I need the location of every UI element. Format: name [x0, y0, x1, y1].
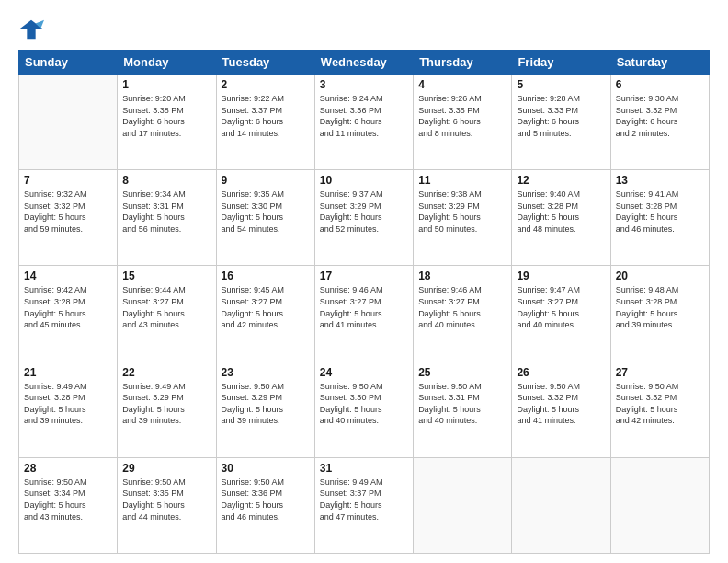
calendar-header-row: SundayMondayTuesdayWednesdayThursdayFrid…: [19, 51, 710, 75]
day-info: Sunrise: 9:50 AM Sunset: 3:31 PM Dayligh…: [418, 381, 506, 427]
calendar-cell: 18Sunrise: 9:46 AM Sunset: 3:27 PM Dayli…: [414, 266, 512, 362]
day-number: 27: [616, 366, 704, 379]
day-number: 31: [320, 462, 408, 475]
calendar-cell: 8Sunrise: 9:34 AM Sunset: 3:31 PM Daylig…: [118, 170, 216, 266]
day-number: 15: [122, 270, 210, 282]
day-info: Sunrise: 9:45 AM Sunset: 3:27 PM Dayligh…: [222, 284, 310, 330]
day-header-sunday: Sunday: [19, 51, 118, 75]
day-info: Sunrise: 9:50 AM Sunset: 3:35 PM Dayligh…: [122, 477, 210, 523]
calendar-cell: 19Sunrise: 9:47 AM Sunset: 3:27 PM Dayli…: [512, 266, 610, 362]
calendar-cell: 30Sunrise: 9:50 AM Sunset: 3:36 PM Dayli…: [216, 457, 314, 553]
calendar-cell: 14Sunrise: 9:42 AM Sunset: 3:28 PM Dayli…: [19, 266, 118, 362]
calendar-week-row: 1Sunrise: 9:20 AM Sunset: 3:38 PM Daylig…: [19, 75, 710, 170]
calendar-cell: [19, 75, 118, 170]
day-info: Sunrise: 9:46 AM Sunset: 3:27 PM Dayligh…: [418, 284, 506, 330]
calendar-week-row: 21Sunrise: 9:49 AM Sunset: 3:28 PM Dayli…: [19, 362, 710, 457]
calendar-cell: 31Sunrise: 9:49 AM Sunset: 3:37 PM Dayli…: [314, 457, 413, 553]
calendar-cell: 5Sunrise: 9:28 AM Sunset: 3:33 PM Daylig…: [512, 75, 610, 170]
calendar-cell: 11Sunrise: 9:38 AM Sunset: 3:29 PM Dayli…: [414, 170, 512, 266]
day-info: Sunrise: 9:46 AM Sunset: 3:27 PM Dayligh…: [320, 284, 408, 330]
day-info: Sunrise: 9:22 AM Sunset: 3:37 PM Dayligh…: [222, 93, 310, 139]
day-number: 6: [616, 78, 704, 91]
day-info: Sunrise: 9:41 AM Sunset: 3:28 PM Dayligh…: [616, 189, 704, 235]
day-info: Sunrise: 9:50 AM Sunset: 3:36 PM Dayligh…: [222, 477, 310, 523]
day-info: Sunrise: 9:20 AM Sunset: 3:38 PM Dayligh…: [122, 93, 210, 139]
day-number: 26: [517, 366, 605, 379]
calendar-cell: 10Sunrise: 9:37 AM Sunset: 3:29 PM Dayli…: [314, 170, 413, 266]
day-number: 1: [122, 78, 210, 91]
day-info: Sunrise: 9:50 AM Sunset: 3:32 PM Dayligh…: [517, 381, 605, 427]
day-info: Sunrise: 9:26 AM Sunset: 3:35 PM Dayligh…: [418, 93, 506, 139]
day-info: Sunrise: 9:49 AM Sunset: 3:37 PM Dayligh…: [320, 477, 408, 523]
day-number: 4: [418, 78, 506, 91]
header: [18, 17, 710, 42]
day-number: 23: [222, 366, 310, 379]
day-number: 29: [122, 462, 210, 475]
calendar-cell: [414, 457, 512, 553]
day-info: Sunrise: 9:50 AM Sunset: 3:29 PM Dayligh…: [222, 381, 310, 427]
day-number: 24: [320, 366, 408, 379]
day-number: 16: [222, 270, 310, 282]
day-info: Sunrise: 9:30 AM Sunset: 3:32 PM Dayligh…: [616, 93, 704, 139]
day-number: 9: [222, 174, 310, 187]
calendar-week-row: 7Sunrise: 9:32 AM Sunset: 3:32 PM Daylig…: [19, 170, 710, 266]
calendar-table: SundayMondayTuesdayWednesdayThursdayFrid…: [18, 50, 710, 554]
calendar-cell: [512, 457, 610, 553]
day-info: Sunrise: 9:42 AM Sunset: 3:28 PM Dayligh…: [24, 284, 112, 330]
calendar-cell: 15Sunrise: 9:44 AM Sunset: 3:27 PM Dayli…: [118, 266, 216, 362]
day-info: Sunrise: 9:48 AM Sunset: 3:28 PM Dayligh…: [616, 284, 704, 330]
day-info: Sunrise: 9:47 AM Sunset: 3:27 PM Dayligh…: [517, 284, 605, 330]
day-header-saturday: Saturday: [610, 51, 709, 75]
logo: [18, 17, 48, 42]
day-number: 18: [418, 270, 506, 282]
calendar-cell: 23Sunrise: 9:50 AM Sunset: 3:29 PM Dayli…: [216, 362, 314, 457]
page: SundayMondayTuesdayWednesdayThursdayFrid…: [0, 0, 728, 563]
day-header-thursday: Thursday: [414, 51, 512, 75]
day-info: Sunrise: 9:38 AM Sunset: 3:29 PM Dayligh…: [418, 189, 506, 235]
day-number: 2: [222, 78, 310, 91]
day-number: 14: [24, 270, 112, 282]
calendar-week-row: 14Sunrise: 9:42 AM Sunset: 3:28 PM Dayli…: [19, 266, 710, 362]
calendar-cell: 27Sunrise: 9:50 AM Sunset: 3:32 PM Dayli…: [610, 362, 709, 457]
calendar-cell: 6Sunrise: 9:30 AM Sunset: 3:32 PM Daylig…: [610, 75, 709, 170]
calendar-cell: 3Sunrise: 9:24 AM Sunset: 3:36 PM Daylig…: [314, 75, 413, 170]
day-info: Sunrise: 9:49 AM Sunset: 3:28 PM Dayligh…: [24, 381, 112, 427]
day-info: Sunrise: 9:24 AM Sunset: 3:36 PM Dayligh…: [320, 93, 408, 139]
day-info: Sunrise: 9:50 AM Sunset: 3:34 PM Dayligh…: [24, 477, 112, 523]
calendar-cell: [610, 457, 709, 553]
calendar-cell: 29Sunrise: 9:50 AM Sunset: 3:35 PM Dayli…: [118, 457, 216, 553]
calendar-cell: 25Sunrise: 9:50 AM Sunset: 3:31 PM Dayli…: [414, 362, 512, 457]
calendar-cell: 22Sunrise: 9:49 AM Sunset: 3:29 PM Dayli…: [118, 362, 216, 457]
calendar-cell: 21Sunrise: 9:49 AM Sunset: 3:28 PM Dayli…: [19, 362, 118, 457]
day-header-friday: Friday: [512, 51, 610, 75]
calendar-cell: 12Sunrise: 9:40 AM Sunset: 3:28 PM Dayli…: [512, 170, 610, 266]
day-info: Sunrise: 9:44 AM Sunset: 3:27 PM Dayligh…: [122, 284, 210, 330]
day-number: 10: [320, 174, 408, 187]
calendar-cell: 28Sunrise: 9:50 AM Sunset: 3:34 PM Dayli…: [19, 457, 118, 553]
day-number: 5: [517, 78, 605, 91]
day-header-monday: Monday: [118, 51, 216, 75]
calendar-cell: 20Sunrise: 9:48 AM Sunset: 3:28 PM Dayli…: [610, 266, 709, 362]
calendar-cell: 2Sunrise: 9:22 AM Sunset: 3:37 PM Daylig…: [216, 75, 314, 170]
day-number: 12: [517, 174, 605, 187]
day-info: Sunrise: 9:50 AM Sunset: 3:32 PM Dayligh…: [616, 381, 704, 427]
day-info: Sunrise: 9:35 AM Sunset: 3:30 PM Dayligh…: [222, 189, 310, 235]
calendar-week-row: 28Sunrise: 9:50 AM Sunset: 3:34 PM Dayli…: [19, 457, 710, 553]
day-number: 28: [24, 462, 112, 475]
day-number: 21: [24, 366, 112, 379]
day-info: Sunrise: 9:49 AM Sunset: 3:29 PM Dayligh…: [122, 381, 210, 427]
day-number: 11: [418, 174, 506, 187]
day-number: 8: [122, 174, 210, 187]
day-header-tuesday: Tuesday: [216, 51, 314, 75]
calendar-cell: 4Sunrise: 9:26 AM Sunset: 3:35 PM Daylig…: [414, 75, 512, 170]
day-number: 25: [418, 366, 506, 379]
calendar-cell: 9Sunrise: 9:35 AM Sunset: 3:30 PM Daylig…: [216, 170, 314, 266]
calendar-cell: 7Sunrise: 9:32 AM Sunset: 3:32 PM Daylig…: [19, 170, 118, 266]
day-number: 3: [320, 78, 408, 91]
day-number: 20: [616, 270, 704, 282]
day-info: Sunrise: 9:28 AM Sunset: 3:33 PM Dayligh…: [517, 93, 605, 139]
day-info: Sunrise: 9:32 AM Sunset: 3:32 PM Dayligh…: [24, 189, 112, 235]
day-info: Sunrise: 9:50 AM Sunset: 3:30 PM Dayligh…: [320, 381, 408, 427]
calendar-cell: 1Sunrise: 9:20 AM Sunset: 3:38 PM Daylig…: [118, 75, 216, 170]
day-number: 13: [616, 174, 704, 187]
